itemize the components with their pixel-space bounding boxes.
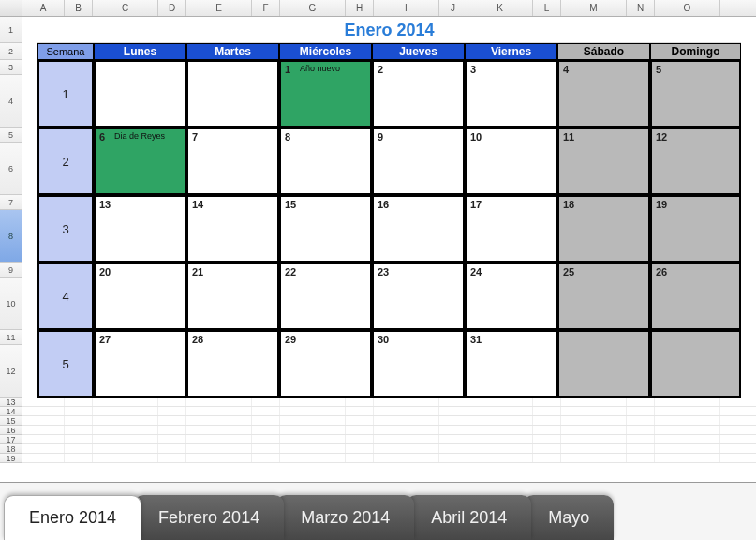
day-cell[interactable]: 26 xyxy=(650,262,741,330)
day-cell[interactable]: 18 xyxy=(557,195,650,262)
col-header-C[interactable]: C xyxy=(93,0,158,16)
week-number-cell[interactable]: 2 xyxy=(37,128,94,195)
day-cell[interactable]: 2 xyxy=(372,60,465,128)
row-header-18[interactable]: 18 xyxy=(0,444,22,454)
row-header-4[interactable]: 4 xyxy=(0,75,22,128)
spreadsheet-area: ABCDEFGHIJKLMNO 123456789101112131415161… xyxy=(0,0,756,482)
sheet-tab[interactable]: Abril 2014 xyxy=(407,495,531,540)
day-number: 6 xyxy=(99,131,105,142)
day-number: 9 xyxy=(378,131,383,142)
row-header-17[interactable]: 17 xyxy=(0,435,22,444)
day-number: 16 xyxy=(378,199,389,210)
col-header-G[interactable]: G xyxy=(280,0,346,16)
col-header-L[interactable]: L xyxy=(533,0,561,16)
day-cell[interactable]: 3 xyxy=(465,60,557,128)
day-cell[interactable] xyxy=(650,330,741,398)
day-cell[interactable]: 15 xyxy=(279,195,372,262)
row-header-1[interactable]: 1 xyxy=(0,17,22,43)
week-number-cell[interactable]: 1 xyxy=(37,60,94,128)
col-header-N[interactable]: N xyxy=(627,0,655,16)
day-cell[interactable]: 7 xyxy=(186,128,279,195)
col-header-A[interactable]: A xyxy=(22,0,65,16)
col-header-M[interactable]: M xyxy=(561,0,627,16)
row-header-15[interactable]: 15 xyxy=(0,416,22,426)
day-cell[interactable]: 13 xyxy=(94,195,186,262)
week-row: 313141516171819 xyxy=(37,195,741,262)
day-header-sun: Domingo xyxy=(650,43,741,60)
col-header-D[interactable]: D xyxy=(158,0,186,16)
sheet-tab[interactable]: Marzo 2014 xyxy=(276,495,414,540)
sheet-tab[interactable]: Mayo xyxy=(524,495,614,540)
day-cell[interactable]: 22 xyxy=(279,262,372,330)
row-header-3[interactable]: 3 xyxy=(0,60,22,75)
day-cell[interactable]: 29 xyxy=(279,330,372,398)
row-header-19[interactable]: 19 xyxy=(0,454,22,463)
col-header-K[interactable]: K xyxy=(467,0,533,16)
day-cell[interactable]: 17 xyxy=(465,195,557,262)
day-header-wed: Miércoles xyxy=(279,43,372,60)
row-header-8[interactable]: 8 xyxy=(0,210,22,262)
sheet-tab[interactable]: Febrero 2014 xyxy=(134,495,284,540)
day-cell[interactable]: 20 xyxy=(94,262,186,330)
day-event: Año nuevo xyxy=(300,64,340,73)
col-header-F[interactable]: F xyxy=(252,0,280,16)
week-number-cell[interactable]: 3 xyxy=(37,195,94,262)
day-cell[interactable]: 23 xyxy=(372,262,465,330)
day-cell[interactable]: 4 xyxy=(557,60,650,128)
row-header-14[interactable]: 14 xyxy=(0,407,22,416)
day-number: 2 xyxy=(378,64,383,75)
row-header-12[interactable]: 12 xyxy=(0,345,22,398)
row-header-2[interactable]: 2 xyxy=(0,43,22,60)
col-header-J[interactable]: J xyxy=(439,0,467,16)
day-cell[interactable]: 1Año nuevo xyxy=(279,60,372,128)
day-cell[interactable]: 27 xyxy=(94,330,186,398)
row-header-9[interactable]: 9 xyxy=(0,262,22,278)
day-cell[interactable]: 14 xyxy=(186,195,279,262)
row-header-11[interactable]: 11 xyxy=(0,330,22,345)
col-header-B[interactable]: B xyxy=(65,0,93,16)
select-all-corner[interactable] xyxy=(0,0,22,16)
week-number-cell[interactable]: 4 xyxy=(37,262,94,330)
row-headers: 12345678910111213141516171819 xyxy=(0,17,22,463)
day-cell[interactable]: 24 xyxy=(465,262,557,330)
day-cell[interactable]: 21 xyxy=(186,262,279,330)
day-cell[interactable]: 31 xyxy=(465,330,557,398)
day-number: 13 xyxy=(99,199,111,210)
week-row: 11Año nuevo2345 xyxy=(37,60,741,128)
day-cell[interactable]: 6Dia de Reyes xyxy=(94,128,186,195)
day-number: 11 xyxy=(563,131,574,142)
col-header-E[interactable]: E xyxy=(186,0,252,16)
col-header-I[interactable]: I xyxy=(374,0,439,16)
row-header-16[interactable]: 16 xyxy=(0,426,22,435)
day-cell[interactable]: 5 xyxy=(650,60,741,128)
row-header-5[interactable]: 5 xyxy=(0,128,22,142)
day-cell[interactable]: 9 xyxy=(372,128,465,195)
day-cell[interactable]: 16 xyxy=(372,195,465,262)
day-number: 27 xyxy=(99,334,111,345)
row-header-6[interactable]: 6 xyxy=(0,142,22,195)
day-number: 15 xyxy=(285,199,296,210)
day-cell[interactable]: 11 xyxy=(557,128,650,195)
grid[interactable]: Enero 2014 Semana Lunes Martes Miércoles… xyxy=(22,17,756,463)
day-cell[interactable]: 12 xyxy=(650,128,741,195)
day-number: 24 xyxy=(470,266,482,278)
col-header-O[interactable]: O xyxy=(655,0,720,16)
day-cell[interactable]: 30 xyxy=(372,330,465,398)
row-header-10[interactable]: 10 xyxy=(0,278,22,330)
day-cell[interactable] xyxy=(557,330,650,398)
day-cell[interactable]: 19 xyxy=(650,195,741,262)
sheet-tab[interactable]: Enero 2014 xyxy=(4,495,141,540)
day-cell[interactable]: 10 xyxy=(465,128,557,195)
row-header-13[interactable]: 13 xyxy=(0,398,22,407)
day-header-thu: Jueves xyxy=(372,43,465,60)
day-number: 12 xyxy=(656,131,667,142)
row-header-7[interactable]: 7 xyxy=(0,195,22,210)
day-cell[interactable]: 25 xyxy=(557,262,650,330)
day-cell[interactable] xyxy=(94,60,186,128)
day-cell[interactable]: 28 xyxy=(186,330,279,398)
day-number: 23 xyxy=(378,266,389,278)
col-header-H[interactable]: H xyxy=(346,0,374,16)
week-number-cell[interactable]: 5 xyxy=(37,330,94,398)
day-cell[interactable] xyxy=(186,60,279,128)
day-cell[interactable]: 8 xyxy=(279,128,372,195)
